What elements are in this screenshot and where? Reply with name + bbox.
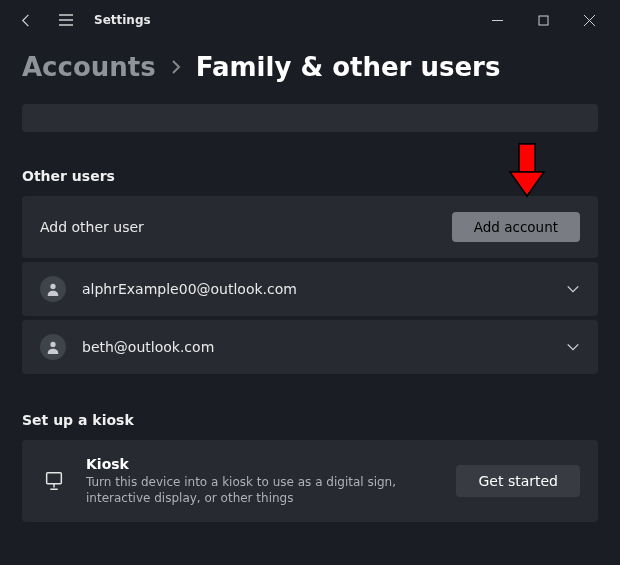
- get-started-button[interactable]: Get started: [456, 465, 580, 497]
- chevron-down-icon: [566, 282, 580, 296]
- breadcrumb: Accounts Family & other users: [22, 52, 598, 82]
- kiosk-description: Turn this device into a kiosk to use as …: [86, 474, 416, 506]
- person-icon: [46, 282, 60, 296]
- minimize-button[interactable]: [474, 4, 520, 36]
- close-button[interactable]: [566, 4, 612, 36]
- arrow-left-icon: [19, 13, 34, 28]
- chevron-right-icon: [170, 59, 182, 75]
- collapsed-section-bar[interactable]: [22, 104, 598, 132]
- back-button[interactable]: [8, 2, 44, 38]
- titlebar: Settings: [0, 0, 620, 40]
- kiosk-title: Kiosk: [86, 456, 438, 472]
- kiosk-heading: Set up a kiosk: [22, 412, 598, 428]
- monitor-icon: [43, 470, 65, 492]
- person-icon: [46, 340, 60, 354]
- avatar: [40, 276, 66, 302]
- minimize-icon: [492, 15, 503, 26]
- hamburger-icon: [58, 13, 74, 27]
- menu-button[interactable]: [48, 2, 84, 38]
- close-icon: [584, 15, 595, 26]
- user-row[interactable]: beth@outlook.com: [22, 320, 598, 374]
- maximize-button[interactable]: [520, 4, 566, 36]
- other-users-heading: Other users: [22, 168, 598, 184]
- svg-point-1: [50, 284, 55, 289]
- avatar: [40, 334, 66, 360]
- maximize-icon: [538, 15, 549, 26]
- user-row[interactable]: alphrExample00@outlook.com: [22, 262, 598, 316]
- add-account-button[interactable]: Add account: [452, 212, 580, 242]
- page-title: Family & other users: [196, 52, 501, 82]
- user-email: alphrExample00@outlook.com: [82, 281, 550, 297]
- kiosk-row: Kiosk Turn this device into a kiosk to u…: [22, 440, 598, 522]
- kiosk-icon-wrap: [40, 470, 68, 492]
- add-other-user-row: Add other user Add account: [22, 196, 598, 258]
- app-title: Settings: [94, 13, 151, 27]
- breadcrumb-parent[interactable]: Accounts: [22, 52, 156, 82]
- svg-point-2: [50, 342, 55, 347]
- chevron-down-icon: [566, 340, 580, 354]
- svg-rect-0: [539, 16, 548, 25]
- content-area: Accounts Family & other users Other user…: [0, 52, 620, 544]
- svg-rect-3: [47, 473, 62, 484]
- add-other-user-label: Add other user: [40, 219, 452, 235]
- user-email: beth@outlook.com: [82, 339, 550, 355]
